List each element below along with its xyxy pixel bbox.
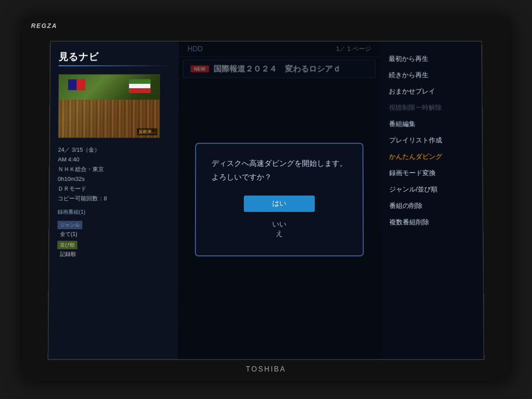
- menu-item-4[interactable]: 番組編集: [387, 116, 475, 132]
- dialog-message: ディスクへ高速ダビングを開始します。 よろしいですか？: [211, 157, 347, 184]
- nav-title: 見るナビ: [51, 42, 179, 70]
- menu-item-0[interactable]: 最初から再生: [387, 51, 474, 67]
- program-mode: ＤＲモード: [58, 184, 170, 194]
- thumbnail-area: 反欧米...: [58, 74, 160, 138]
- sort-label: 並び順: [57, 241, 77, 249]
- menu-item-7[interactable]: 録画モード変換: [387, 164, 475, 181]
- thumb-overlay-text: 反欧米...: [137, 128, 157, 135]
- thumbnail-image: 反欧米...: [59, 74, 160, 137]
- dialog-no-button[interactable]: いいえ: [244, 216, 315, 242]
- program-date: 24／ 3/15（金）: [58, 145, 171, 155]
- dialog-box: ディスクへ高速ダビングを開始します。 よろしいですか？ はい いいえ: [195, 143, 364, 256]
- right-menu-panel: 最初から再生続きから再生おまかせプレイ視聴制限一時解除番組編集プレイリスト作成か…: [380, 42, 484, 359]
- menu-item-10[interactable]: 複数番組削除: [387, 214, 475, 230]
- dialog-line2: よろしいですか？: [211, 171, 347, 184]
- menu-item-9[interactable]: 番組の削除: [387, 197, 475, 214]
- tv-screen: 見るナビ 反欧米... 24／ 3/15（金） AM 4:40 ＮＨＫ総合・東京…: [47, 41, 484, 360]
- genre-section: ジャンル 全て(1): [57, 220, 170, 239]
- menu-item-2[interactable]: おまかせプレイ: [387, 83, 474, 99]
- tv-outer: REGZA 見るナビ 反欧米... 24／ 3/15（金） AM 4:40 ＮＨ…: [22, 18, 510, 381]
- program-duration: 0h10m32s: [58, 174, 170, 184]
- dialog-yes-button[interactable]: はい: [244, 196, 315, 212]
- menu-item-3[interactable]: 視聴制限一時解除: [387, 99, 475, 116]
- program-copy: コピー可能回数：8: [58, 194, 170, 203]
- dialog-overlay: ディスクへ高速ダビングを開始します。 よろしいですか？ はい いいえ: [178, 42, 381, 359]
- genre-label: ジャンル: [58, 221, 82, 229]
- tv-brand-top: REGZA: [31, 22, 57, 29]
- menu-item-8[interactable]: ジャンル/並び順: [387, 181, 475, 197]
- sort-section: 並び順 記録順: [57, 240, 170, 258]
- dialog-buttons: はい いいえ: [211, 196, 347, 242]
- genre-value: 全て(1): [57, 230, 170, 239]
- sort-value: 記録順: [57, 250, 170, 258]
- menu-item-1[interactable]: 続きから再生: [387, 66, 474, 83]
- menu-item-6[interactable]: かんたんダビング: [387, 148, 475, 164]
- program-channel: ＮＨＫ総合・東京: [58, 164, 170, 174]
- program-time: AM 4:40: [58, 155, 171, 164]
- dialog-line1: ディスクへ高速ダビングを開始します。: [211, 157, 347, 171]
- left-panel: 見るナビ 反欧米... 24／ 3/15（金） AM 4:40 ＮＨＫ総合・東京…: [48, 42, 179, 359]
- recorded-label: 録画番組(1): [50, 207, 178, 218]
- menu-item-5[interactable]: プレイリスト作成: [387, 132, 475, 148]
- tv-brand-bottom: TOSHIBA: [246, 365, 286, 373]
- program-info: 24／ 3/15（金） AM 4:40 ＮＨＫ総合・東京 0h10m32s ＤＲ…: [50, 142, 178, 206]
